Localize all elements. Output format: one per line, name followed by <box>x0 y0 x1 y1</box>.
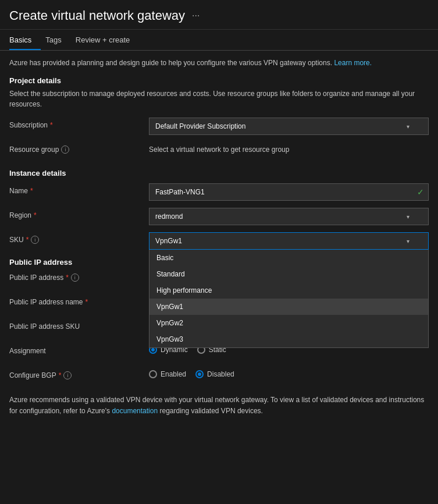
sku-option-vpngw1[interactable]: VpnGw1 <box>149 299 428 315</box>
tab-review-create[interactable]: Review + create <box>76 30 140 50</box>
public-ip-info-icon[interactable]: i <box>71 274 79 282</box>
page-title: Create virtual network gateway <box>9 8 185 23</box>
bgp-enabled-radio[interactable] <box>149 370 157 378</box>
name-check-icon: ✓ <box>417 187 424 197</box>
resource-group-label: Resource group i <box>9 142 149 154</box>
tab-tags[interactable]: Tags <box>45 30 70 50</box>
public-ip-name-required: * <box>86 298 88 306</box>
page-menu-icon[interactable]: ··· <box>192 10 200 21</box>
public-ip-sku-label: Public IP address SKU <box>9 319 149 331</box>
region-label: Region * <box>9 208 149 219</box>
project-details-section: Project details Select the subscription … <box>9 76 429 159</box>
name-control: ✓ <box>149 183 429 201</box>
page-header: Create virtual network gateway ··· <box>0 0 438 30</box>
learn-more-link[interactable]: Learn more. <box>334 59 372 67</box>
sku-chevron-icon: ▾ <box>407 238 409 244</box>
public-ip-required: * <box>66 274 69 282</box>
instance-details-section: Instance details <box>9 169 429 178</box>
name-required: * <box>30 187 33 195</box>
sku-control: VpnGw1 ▾ Basic Standard High performance… <box>149 232 429 250</box>
footer-note: Azure recommends using a validated VPN d… <box>9 395 429 417</box>
sku-required: * <box>26 236 29 244</box>
project-details-desc: Select the subscription to manage deploy… <box>9 88 429 109</box>
bgp-radio-group: Enabled Disabled <box>149 368 429 378</box>
resource-group-control: Select a virtual network to get resource… <box>149 142 429 154</box>
subscription-control: Default Provider Subscription ▾ <box>149 118 429 135</box>
subscription-chevron-icon: ▾ <box>407 123 409 130</box>
resource-group-placeholder: Select a virtual network to get resource… <box>149 142 429 154</box>
region-dropdown[interactable]: redmond ▾ <box>149 208 429 225</box>
info-bar: Azure has provided a planning and design… <box>9 58 429 68</box>
name-input[interactable] <box>149 183 429 201</box>
tab-basics[interactable]: Basics <box>9 30 41 50</box>
sku-option-vpngw3[interactable]: VpnGw3 <box>149 331 428 347</box>
sku-dropdown-list: Basic Standard High performance VpnGw1 V… <box>149 250 429 348</box>
sku-info-icon[interactable]: i <box>31 236 39 244</box>
bgp-disabled-inner <box>198 372 201 376</box>
bgp-required: * <box>59 371 62 379</box>
instance-details-title: Instance details <box>9 169 429 178</box>
subscription-label: Subscription * <box>9 118 149 129</box>
sku-option-standard[interactable]: Standard <box>149 266 428 282</box>
sku-option-highperf[interactable]: High performance <box>149 282 428 299</box>
sku-dropdown[interactable]: VpnGw1 ▾ <box>149 232 429 250</box>
name-input-wrapper: ✓ <box>149 183 429 201</box>
sku-label: SKU * i <box>9 232 149 244</box>
sku-option-vpngw2[interactable]: VpnGw2 <box>149 315 428 331</box>
bgp-disabled-item[interactable]: Disabled <box>195 370 234 378</box>
public-ip-label: Public IP address * i <box>9 270 149 282</box>
region-control: redmond ▾ <box>149 208 429 225</box>
bgp-info-icon[interactable]: i <box>63 371 72 379</box>
public-ip-name-label: Public IP address name * <box>9 294 149 306</box>
project-details-title: Project details <box>9 76 429 85</box>
bgp-disabled-radio[interactable] <box>195 370 204 378</box>
region-row: Region * redmond ▾ <box>9 208 429 225</box>
resource-group-info-icon[interactable]: i <box>61 145 69 154</box>
subscription-row: Subscription * Default Provider Subscrip… <box>9 118 429 135</box>
resource-group-row: Resource group i Select a virtual networ… <box>9 142 429 159</box>
region-chevron-icon: ▾ <box>407 214 409 220</box>
sku-option-basic[interactable]: Basic <box>149 250 428 266</box>
bgp-enabled-item[interactable]: Enabled <box>149 370 186 378</box>
region-required: * <box>34 211 37 219</box>
sku-row: SKU * i VpnGw1 ▾ Basic Standard High per… <box>9 232 429 250</box>
bgp-label: Configure BGP * i <box>9 368 149 379</box>
bgp-control: Enabled Disabled <box>149 368 429 378</box>
subscription-dropdown[interactable]: Default Provider Subscription ▾ <box>149 118 429 135</box>
tabs-bar: Basics Tags Review + create <box>0 30 438 51</box>
name-row: Name * ✓ <box>9 183 429 201</box>
bgp-row: Configure BGP * i Enabled Disabled <box>9 368 429 385</box>
assignment-dynamic-inner <box>151 348 155 352</box>
name-label: Name * <box>9 183 149 195</box>
footer-doc-link[interactable]: documentation <box>112 407 158 415</box>
assignment-label: Assignment <box>9 343 149 355</box>
subscription-required: * <box>50 121 53 129</box>
bgp-enabled-label: Enabled <box>161 370 186 378</box>
bgp-disabled-label: Disabled <box>207 370 234 378</box>
